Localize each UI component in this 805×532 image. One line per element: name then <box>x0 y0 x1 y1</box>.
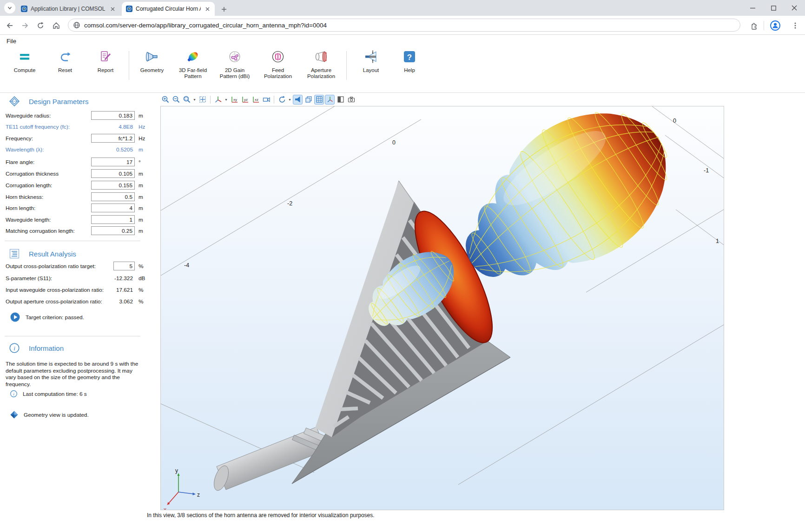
information-note: The solution time is expected to be arou… <box>6 361 142 388</box>
reload-button[interactable] <box>34 20 46 32</box>
view-xz-icon: xz <box>251 95 260 104</box>
extensions-button[interactable] <box>748 20 760 32</box>
section-title: Information <box>29 344 64 352</box>
address-bar[interactable]: comsol.com/server-demo/app/library_corru… <box>68 19 740 32</box>
panel-divider <box>5 241 140 241</box>
view-caption: In this view, 3/8 sections of the horn a… <box>147 512 375 519</box>
new-tab-button[interactable] <box>218 4 230 15</box>
result-row-output-cross-polarization: Output aperture cross-polarization ratio… <box>6 297 143 306</box>
3d-farfield-pattern-button[interactable]: 3D Far-field Pattern <box>171 50 215 79</box>
readonly-value: 3.062 <box>75 298 133 305</box>
feed-polarization-button[interactable]: Feed Polarization <box>256 50 300 79</box>
help-icon: ? <box>402 50 416 64</box>
help-button[interactable]: ? Help <box>387 50 432 73</box>
corrugation-thickness-input[interactable] <box>91 169 135 178</box>
profile-avatar-icon <box>770 20 781 31</box>
kebab-menu-icon <box>792 22 799 29</box>
triad-z-label: z <box>197 492 200 498</box>
readonly-value: -12.322 <box>75 275 133 282</box>
zoom-out-button[interactable] <box>171 95 181 105</box>
show-axes-toggle[interactable] <box>325 95 335 105</box>
aperture-polarization-button[interactable]: Aperture Polarization <box>299 50 343 79</box>
toolbar-separator <box>210 96 211 104</box>
frequency-input[interactable] <box>91 134 135 143</box>
triad-y-label: y <box>175 467 178 474</box>
tab-corrugated-horn[interactable]: Corrugated Circular Horn Anten <box>122 2 215 16</box>
param-row-matching-corrugation-length: Matching corrugation length: m <box>6 226 143 235</box>
back-button[interactable] <box>4 20 16 32</box>
axes-small-icon <box>326 95 334 104</box>
dropdown-caret-icon[interactable]: ▼ <box>288 98 292 101</box>
layout-button[interactable]: Layout <box>349 50 393 73</box>
result-row-target: Output cross-polarization ratio target: … <box>6 262 143 270</box>
default-view-button[interactable] <box>213 95 223 105</box>
grid-icon <box>315 95 323 104</box>
window-maximize-button[interactable] <box>766 2 780 14</box>
view-xy-button[interactable]: xy <box>229 95 239 105</box>
axis-tick-label: 0 <box>673 118 676 124</box>
information-icon: i <box>9 343 20 353</box>
reset-button[interactable]: Reset <box>43 50 87 73</box>
window-minimize-button[interactable] <box>746 2 759 14</box>
axes-3d-icon <box>214 95 223 104</box>
horn-length-input[interactable] <box>91 204 135 212</box>
param-row-corrugation-thickness: Corrugation thickness m <box>6 169 143 178</box>
rotate-icon <box>278 95 286 104</box>
screenshot-button[interactable] <box>346 95 356 105</box>
home-button[interactable] <box>50 20 62 32</box>
report-button[interactable]: Report <box>83 50 128 73</box>
dropdown-caret-icon[interactable]: ▼ <box>224 98 228 101</box>
result-row-s-parameter: S-parameter (S11): -12.322 dB <box>6 274 143 282</box>
zoom-out-icon <box>172 95 180 104</box>
param-row-te11-cutoff: TE11 cutoff frequency (fc): 4.8E8 Hz <box>6 122 143 131</box>
matching-corrugation-length-input[interactable] <box>91 226 135 235</box>
geometry-button[interactable]: Geometry <box>130 50 174 73</box>
perspective-view-button[interactable] <box>261 95 271 105</box>
site-info-icon <box>73 21 80 29</box>
param-row-waveguide-radius: Waveguide radius: m <box>6 111 143 120</box>
horn-thickness-input[interactable] <box>91 192 135 201</box>
toolbar-separator <box>274 96 274 104</box>
url-text: comsol.com/server-demo/app/library_corru… <box>84 22 327 29</box>
tab-close-icon[interactable] <box>109 5 116 13</box>
waveguide-length-input[interactable] <box>91 215 135 224</box>
zoom-in-button[interactable] <box>160 95 170 105</box>
show-grid-toggle[interactable] <box>314 95 324 105</box>
view-yz-button[interactable]: yz <box>240 95 250 105</box>
scene-light-toggle[interactable] <box>336 95 345 105</box>
geometry-diamond-icon <box>10 411 18 419</box>
graphics-canvas[interactable]: 0 -2 -4 0 -1 1 <box>160 106 724 510</box>
transparency-toggle[interactable] <box>304 95 313 105</box>
window-close-button[interactable] <box>787 2 801 14</box>
graphics-toolbar: ▼ ▼ xy yz xz ▼ <box>160 94 723 105</box>
result-analysis-header: Result Analysis <box>9 248 76 259</box>
axis-tick-label: -1 <box>704 167 709 174</box>
svg-text:yz: yz <box>244 98 248 102</box>
zoom-extents-button[interactable] <box>198 95 207 105</box>
svg-text:?: ? <box>407 53 412 62</box>
tab-application-library[interactable]: Application Library | COMSOL S <box>17 2 120 16</box>
compute-button[interactable]: Compute <box>2 50 47 73</box>
show-geometry-toggle[interactable] <box>293 95 303 105</box>
file-menu[interactable]: File <box>7 38 16 45</box>
design-parameters-icon <box>9 96 20 106</box>
corrugation-length-input[interactable] <box>91 181 135 190</box>
profile-button[interactable] <box>769 20 781 32</box>
flare-angle-input[interactable] <box>91 158 135 166</box>
chevron-down-icon <box>7 5 13 11</box>
tab-search-button[interactable] <box>4 2 15 13</box>
axis-tick-label: 0 <box>392 139 396 146</box>
tab-close-icon[interactable] <box>204 5 211 13</box>
2d-gain-pattern-button[interactable]: 2D Gain Pattern (dBi) <box>212 50 257 79</box>
horn-icon <box>294 95 302 104</box>
tab-strip: Application Library | COMSOL S Corrugate… <box>0 0 805 16</box>
dropdown-caret-icon[interactable]: ▼ <box>192 98 197 101</box>
zoom-to-selection-button[interactable] <box>182 95 191 105</box>
view-xz-button[interactable]: xz <box>251 95 260 105</box>
forward-button[interactable] <box>19 20 31 32</box>
browser-menu-button[interactable] <box>789 20 801 32</box>
cross-polarization-target-input[interactable] <box>113 262 135 270</box>
rotate-view-button[interactable] <box>277 95 287 105</box>
waveguide-radius-input[interactable] <box>91 111 135 120</box>
report-icon <box>99 50 112 64</box>
